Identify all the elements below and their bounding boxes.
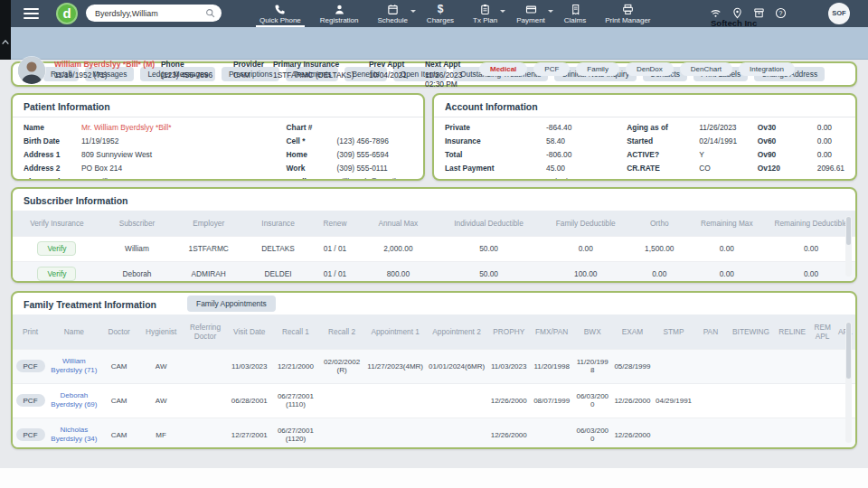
scrollbar-thumb[interactable] [846, 323, 851, 379]
field-label: Email [287, 177, 337, 181]
table-cell: 01 / 01 [312, 236, 358, 261]
nav-charges[interactable]: $ Charges [423, 0, 458, 27]
nav-label: Schedule [378, 16, 408, 24]
table-cell [728, 418, 775, 449]
search-input[interactable] [95, 9, 205, 18]
column-header: Remaining Deductible [767, 211, 855, 236]
menu-icon[interactable] [24, 8, 39, 19]
verify-button[interactable]: Verify [37, 267, 76, 281]
column-header: Doctor [100, 314, 138, 349]
table-cell [810, 383, 835, 418]
table-row: VerifyDeborahADMIRAHDELDEI01 / 01800.005… [13, 261, 855, 283]
patient-link[interactable]: William Byerdslyy (71) [50, 357, 99, 375]
receipt-icon [570, 4, 581, 15]
table-cell [775, 418, 810, 449]
table-cell: PCF [13, 383, 48, 418]
table-cell: 50.00 [439, 261, 540, 283]
nav-print-manager[interactable]: Print Manager [601, 0, 654, 27]
field-value: 11/19/1952 [81, 136, 118, 145]
table-cell [319, 383, 365, 418]
patient-tab-button[interactable]: PCF [533, 62, 570, 76]
pcf-print-button[interactable]: PCF [16, 428, 45, 441]
scrollbar[interactable] [845, 322, 852, 443]
field-label: City, St, Zip [24, 177, 81, 181]
patient-tab-button[interactable]: DenDox [626, 62, 674, 76]
scrollbar-thumb[interactable] [846, 217, 851, 245]
patient-tab-button[interactable]: Medical [479, 62, 527, 76]
nav-label: Payment [516, 16, 545, 24]
table-cell: William Byerdslyy (71) [48, 349, 100, 383]
nav-payment[interactable]: Payment [513, 0, 549, 27]
account-aging: Ov300.00Ov600.00Ov900.00Ov1202096.61 [758, 120, 844, 181]
footer [0, 468, 868, 488]
table-cell: PCF [13, 418, 48, 449]
field-provider: Provider CAM [233, 60, 264, 80]
field-label: Aging as of [627, 123, 699, 132]
table-cell: 12/21/2000 [272, 349, 318, 383]
table-cell: 1,500.00 [632, 236, 687, 261]
table-cell: 11/20/1998 [530, 349, 573, 383]
nav-label: Charges [427, 16, 454, 24]
table-cell: AW [138, 349, 184, 383]
nav-registration[interactable]: Registration [316, 0, 363, 27]
column-header: Individual Deductible [439, 211, 540, 236]
column-header: Appointment 1 [365, 314, 426, 349]
table-cell [426, 418, 488, 449]
column-header: Hygienist [138, 314, 184, 349]
patient-link[interactable]: Nicholas Byerdslyy (34) [50, 426, 99, 444]
chevron-down-icon [410, 10, 416, 13]
account-status: Aging as of11/26/2023Started02/14/1991AC… [627, 120, 758, 181]
field-value: PO Box 214 [81, 164, 122, 173]
table-cell: 1STFARMC [173, 236, 244, 261]
table-cell [319, 418, 365, 449]
field-label: Total [445, 150, 546, 159]
table-cell [693, 349, 727, 383]
nav-claims[interactable]: Claims [561, 0, 590, 27]
calendar-icon [387, 4, 399, 15]
field-row: Home(309) 555-6594 [287, 147, 412, 161]
field-label: Payment Date [445, 177, 546, 181]
field-label: Insurance [445, 136, 546, 145]
patient-link[interactable]: Deborah Byerdslyy (69) [50, 391, 99, 409]
patient-tab-button[interactable]: DenChart [680, 62, 732, 76]
patient-tab-button[interactable]: Family [576, 62, 619, 76]
scrollbar[interactable] [845, 216, 852, 277]
field-row: Address 2PO Box 214 [24, 162, 287, 175]
pcf-print-button[interactable]: PCF [16, 394, 45, 407]
sidebar-collapse-strip[interactable] [0, 0, 11, 60]
table-cell [728, 349, 775, 383]
table-cell [184, 349, 227, 383]
field-value: 809 Sunnyview West [81, 150, 152, 159]
column-header: Renew [312, 211, 358, 236]
nav-schedule[interactable]: Schedule [374, 0, 411, 27]
table-cell [530, 418, 573, 449]
column-header: Employer [173, 211, 244, 236]
field-row: Cell *(123) 456-7896 [287, 134, 412, 147]
field-value: 58.40 [546, 136, 565, 145]
table-cell: William [101, 236, 173, 261]
patient-tab-button[interactable]: Integration [739, 62, 795, 76]
column-header: Ortho [632, 211, 687, 236]
table-cell: 0.00 [687, 261, 768, 283]
table-cell [810, 418, 835, 449]
column-header: PROPHY [487, 314, 530, 349]
user-avatar[interactable]: SOF [828, 3, 850, 24]
table-row: PCFWilliam Byerdslyy (71)CAMAW11/03/2023… [13, 349, 855, 383]
column-header: STMP [654, 314, 694, 349]
field-row: NameMr. William Byerdslyy *Bill* [24, 120, 287, 134]
nav-tx-plan[interactable]: Tx Plan [469, 0, 501, 27]
nav-label: Quick Phone [259, 16, 301, 24]
field-row: Last Payment45.00 [445, 162, 627, 175]
field-value: (123) 456-7896 [337, 136, 389, 145]
verify-button[interactable]: Verify [37, 241, 76, 256]
pcf-print-button[interactable]: PCF [16, 360, 45, 372]
field-value: 11/26/2023 [699, 123, 736, 132]
field-label: Address 2 [24, 164, 81, 173]
patient-photo[interactable] [18, 57, 45, 84]
family-appointments-button[interactable]: Family Appointments [187, 296, 276, 312]
chevron-up-icon [1, 38, 10, 46]
column-header: Recall 1 [272, 314, 318, 349]
nav-quick-phone[interactable]: Quick Phone [256, 0, 305, 27]
field-next-appt: Next Appt 11/26/2023 02:30 PM [425, 60, 479, 89]
family-treatment-panel: Family Treatment Information Family Appo… [11, 291, 857, 449]
